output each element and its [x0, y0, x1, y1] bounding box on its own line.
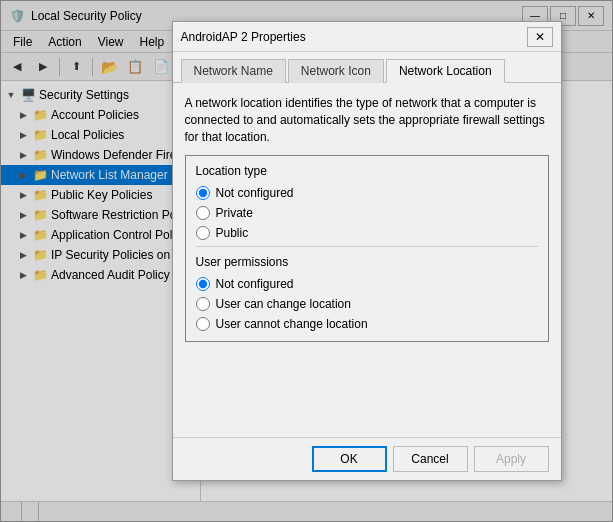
radio-location-not-configured[interactable]: Not configured — [196, 186, 538, 200]
cancel-button[interactable]: Cancel — [393, 446, 468, 472]
group-divider — [196, 246, 538, 247]
dialog-title: AndroidAP 2 Properties — [181, 30, 527, 44]
location-type-group: Location type Not configured Private Pub… — [185, 155, 549, 342]
radio-location-public[interactable]: Public — [196, 226, 538, 240]
radio-lt-private-input[interactable] — [196, 206, 210, 220]
radio-lt-public-input[interactable] — [196, 226, 210, 240]
radio-up-can-change-input[interactable] — [196, 297, 210, 311]
dialog-overlay: AndroidAP 2 Properties ✕ Network Name Ne… — [0, 0, 613, 522]
tab-network-icon[interactable]: Network Icon — [288, 59, 384, 83]
tab-content-network-location: A network location identifies the type o… — [173, 82, 561, 437]
dialog-title-bar: AndroidAP 2 Properties ✕ — [173, 22, 561, 52]
tab-bar: Network Name Network Icon Network Locati… — [173, 52, 561, 82]
location-type-label: Location type — [196, 164, 538, 178]
dialog-description: A network location identifies the type o… — [185, 95, 549, 145]
tab-network-location[interactable]: Network Location — [386, 59, 505, 83]
radio-up-cannot-change-input[interactable] — [196, 317, 210, 331]
apply-button[interactable]: Apply — [474, 446, 549, 472]
radio-lt-public-label: Public — [216, 226, 249, 240]
user-permissions-label: User permissions — [196, 255, 538, 269]
radio-up-can-change-label: User can change location — [216, 297, 351, 311]
radio-up-cannot-change-label: User cannot change location — [216, 317, 368, 331]
dialog-close-button[interactable]: ✕ — [527, 27, 553, 47]
radio-user-not-configured[interactable]: Not configured — [196, 277, 538, 291]
dialog-androidap-properties: AndroidAP 2 Properties ✕ Network Name Ne… — [172, 21, 562, 481]
dialog-buttons: OK Cancel Apply — [173, 437, 561, 480]
radio-location-private[interactable]: Private — [196, 206, 538, 220]
radio-user-cannot-change[interactable]: User cannot change location — [196, 317, 538, 331]
tab-network-name[interactable]: Network Name — [181, 59, 286, 83]
radio-lt-not-configured-input[interactable] — [196, 186, 210, 200]
radio-up-not-configured-label: Not configured — [216, 277, 294, 291]
radio-lt-not-configured-label: Not configured — [216, 186, 294, 200]
radio-up-not-configured-input[interactable] — [196, 277, 210, 291]
radio-user-can-change[interactable]: User can change location — [196, 297, 538, 311]
radio-lt-private-label: Private — [216, 206, 253, 220]
ok-button[interactable]: OK — [312, 446, 387, 472]
